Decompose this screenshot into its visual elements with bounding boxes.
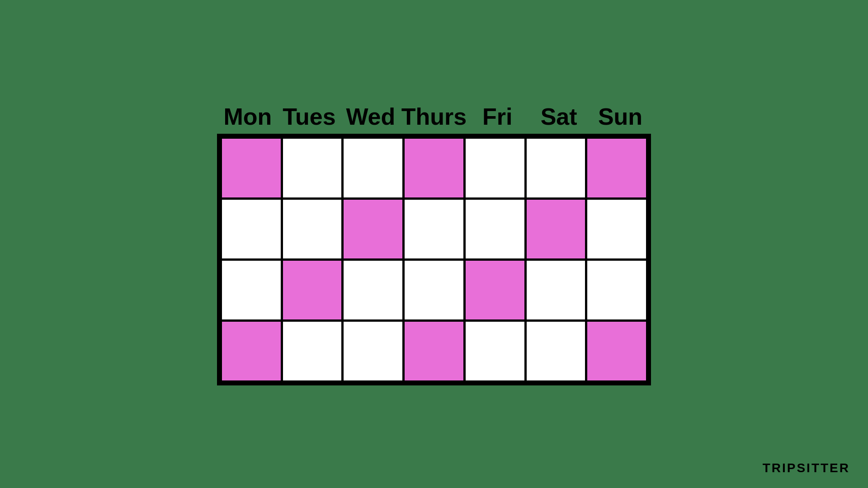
grid-cell-1-5[interactable] xyxy=(527,200,585,258)
day-header-mon: Mon xyxy=(217,103,278,134)
day-header-sat: Sat xyxy=(528,103,590,134)
grid-cell-0-1[interactable] xyxy=(283,139,342,197)
grid-cell-0-6[interactable] xyxy=(587,139,646,197)
grid-row-0 xyxy=(222,139,646,197)
day-header-wed: Wed xyxy=(340,103,401,134)
calendar-wrapper: MonTuesWedThursFriSatSun xyxy=(217,103,651,385)
calendar-header: MonTuesWedThursFriSatSun xyxy=(217,103,651,134)
grid-cell-3-4[interactable] xyxy=(466,322,524,380)
grid-cell-0-5[interactable] xyxy=(527,139,585,197)
grid-cell-0-4[interactable] xyxy=(466,139,524,197)
grid-cell-0-2[interactable] xyxy=(344,139,402,197)
grid-row-1 xyxy=(222,200,646,258)
grid-cell-2-3[interactable] xyxy=(405,261,463,319)
grid-cell-2-1[interactable] xyxy=(283,261,342,319)
grid-cell-1-4[interactable] xyxy=(466,200,524,258)
grid-cell-2-6[interactable] xyxy=(587,261,646,319)
grid-cell-2-5[interactable] xyxy=(527,261,585,319)
grid-row-3 xyxy=(222,322,646,380)
grid-cell-3-5[interactable] xyxy=(527,322,585,380)
day-header-fri: Fri xyxy=(467,103,528,134)
grid-cell-3-3[interactable] xyxy=(405,322,463,380)
grid-cell-3-0[interactable] xyxy=(222,322,281,380)
grid-cell-2-0[interactable] xyxy=(222,261,281,319)
day-header-tues: Tues xyxy=(278,103,340,134)
grid-cell-1-6[interactable] xyxy=(587,200,646,258)
grid-cell-0-3[interactable] xyxy=(405,139,463,197)
grid-cell-3-2[interactable] xyxy=(344,322,402,380)
grid-cell-1-2[interactable] xyxy=(344,200,402,258)
grid-cell-2-4[interactable] xyxy=(466,261,524,319)
grid-cell-0-0[interactable] xyxy=(222,139,281,197)
day-header-thurs: Thurs xyxy=(401,103,467,134)
grid-cell-1-0[interactable] xyxy=(222,200,281,258)
calendar-grid xyxy=(217,134,651,385)
grid-cell-3-6[interactable] xyxy=(587,322,646,380)
grid-cell-2-2[interactable] xyxy=(344,261,402,319)
grid-cell-1-3[interactable] xyxy=(405,200,463,258)
grid-cell-3-1[interactable] xyxy=(283,322,342,380)
grid-row-2 xyxy=(222,261,646,319)
day-header-sun: Sun xyxy=(590,103,651,134)
brand-logo: TRIPSITTER xyxy=(763,461,850,475)
grid-cell-1-1[interactable] xyxy=(283,200,342,258)
